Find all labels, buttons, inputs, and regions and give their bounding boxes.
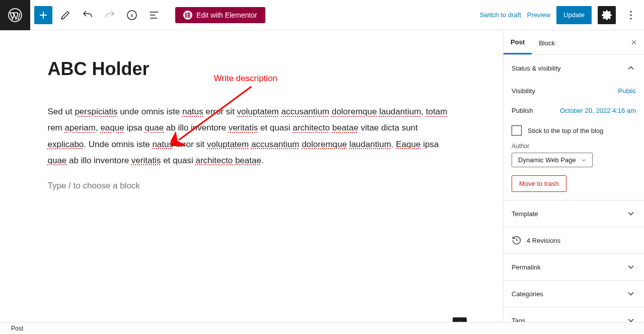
svg-rect-5: [187, 16, 190, 18]
panel-permalink[interactable]: Permalink: [504, 254, 644, 280]
chevron-down-icon: [626, 209, 636, 219]
visibility-label: Visibility: [512, 87, 535, 95]
panel-status-visibility[interactable]: Status & visibility: [504, 55, 644, 81]
visibility-value[interactable]: Public: [618, 87, 636, 95]
elementor-icon: [183, 11, 192, 20]
stick-label: Stick to the top of the blog: [528, 127, 603, 135]
editor-canvas[interactable]: ABC Holder Write description Sed ut pers…: [0, 30, 503, 322]
move-to-trash-button[interactable]: Move to trash: [512, 175, 566, 192]
author-label: Author: [512, 143, 636, 150]
info-button[interactable]: [123, 6, 141, 24]
chevron-down-icon: [626, 315, 636, 322]
svg-point-6: [630, 11, 632, 12]
settings-sidebar: Post Block Status & visibility Visibilit…: [503, 30, 644, 322]
chevron-down-icon: [580, 157, 587, 164]
svg-rect-3: [187, 13, 190, 14]
tab-post[interactable]: Post: [504, 30, 532, 54]
block-placeholder[interactable]: Type / to choose a block: [48, 181, 456, 191]
settings-button[interactable]: [598, 6, 616, 24]
publish-value[interactable]: October 20, 2022 4:16 am: [560, 107, 636, 114]
chevron-up-icon: [626, 63, 636, 73]
svg-point-8: [630, 18, 632, 19]
more-options-button[interactable]: [622, 6, 640, 24]
chevron-down-icon: [626, 262, 636, 272]
publish-label: Publish: [512, 107, 533, 114]
paragraph-block[interactable]: Sed ut perspiciatis unde omnis iste natu…: [48, 104, 456, 169]
svg-rect-2: [185, 13, 187, 18]
panel-categories[interactable]: Categories: [504, 281, 644, 307]
panel-template[interactable]: Template: [504, 201, 644, 227]
edit-mode-button[interactable]: [56, 6, 75, 24]
outline-button[interactable]: [145, 6, 163, 24]
wordpress-logo[interactable]: [0, 0, 30, 30]
stick-checkbox[interactable]: [512, 125, 522, 136]
tab-block[interactable]: Block: [532, 31, 562, 54]
footer-breadcrumb: Post: [0, 322, 644, 334]
svg-rect-4: [187, 14, 190, 16]
undo-button[interactable]: [79, 6, 97, 24]
chevron-down-icon: [626, 289, 636, 299]
svg-point-7: [630, 14, 632, 16]
post-title[interactable]: ABC Holder: [48, 58, 456, 80]
panel-tags[interactable]: Tags: [504, 307, 644, 322]
switch-to-draft-button[interactable]: Switch to draft: [479, 11, 521, 19]
history-icon: [512, 235, 522, 245]
edit-with-elementor-button[interactable]: Edit with Elementor: [175, 7, 265, 23]
author-select[interactable]: Dynamic Web Page: [512, 153, 593, 167]
close-sidebar-button[interactable]: [630, 38, 638, 46]
elementor-label: Edit with Elementor: [196, 11, 257, 19]
update-button[interactable]: Update: [556, 6, 592, 24]
revisions-link[interactable]: 4 Revisions: [504, 227, 644, 253]
preview-button[interactable]: Preview: [527, 11, 550, 19]
top-toolbar: Edit with Elementor Switch to draft Prev…: [0, 0, 644, 30]
insert-block-button[interactable]: [453, 317, 467, 322]
redo-button[interactable]: [101, 6, 119, 24]
add-block-button[interactable]: [34, 6, 52, 24]
